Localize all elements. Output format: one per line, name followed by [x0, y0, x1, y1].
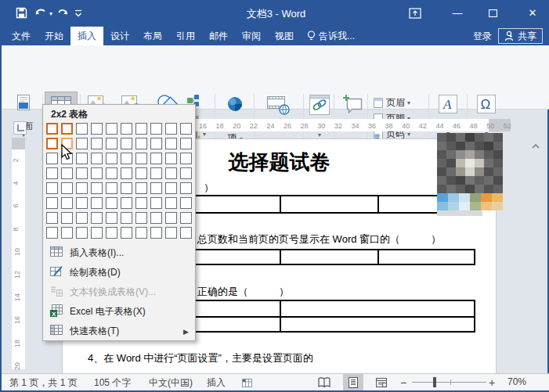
censored-image[interactable] — [437, 133, 503, 216]
table-grid-cell-5x8[interactable] — [150, 182, 162, 194]
table-grid-cell-3x7[interactable] — [135, 153, 147, 164]
table-grid-cell-2x7[interactable] — [135, 138, 147, 149]
table-grid-cell-5x1[interactable] — [46, 182, 58, 194]
web-layout-icon[interactable] — [375, 377, 388, 388]
table-grid-cell-6x10[interactable] — [180, 197, 192, 209]
zoom-slider-track[interactable] — [412, 382, 486, 383]
table-grid-cell-7x3[interactable] — [76, 212, 88, 224]
table-grid-cell-6x3[interactable] — [76, 197, 88, 209]
table-grid-cell-7x4[interactable] — [91, 212, 103, 224]
tab-文件[interactable]: 文件 — [5, 27, 38, 45]
print-layout-icon[interactable] — [347, 377, 359, 388]
table-grid-cell-8x4[interactable] — [91, 227, 103, 239]
table-grid-cell-7x8[interactable] — [150, 212, 162, 224]
table-grid-cell-4x2[interactable] — [61, 167, 73, 179]
table-grid-cell-7x9[interactable] — [165, 212, 177, 224]
table-grid-cell-8x5[interactable] — [106, 227, 117, 239]
zoom-level[interactable]: 70% — [507, 376, 526, 387]
table-grid-cell-1x10[interactable] — [180, 123, 192, 135]
share-button[interactable]: 共享 — [498, 28, 543, 44]
table-grid-cell-1x2[interactable] — [61, 123, 73, 135]
doc-table-b-cell[interactable] — [379, 250, 474, 264]
table-grid-cell-7x2[interactable] — [61, 212, 73, 224]
table-grid-cell-1x9[interactable] — [165, 123, 177, 135]
header-button[interactable]: 页眉▾ — [373, 95, 410, 110]
table-grid-cell-5x4[interactable] — [91, 182, 103, 194]
table-grid-cell-5x9[interactable] — [165, 182, 177, 194]
table-grid-cell-2x9[interactable] — [165, 138, 177, 149]
table-grid-cell-4x6[interactable] — [121, 167, 132, 179]
table-grid-cell-8x10[interactable] — [180, 227, 192, 239]
table-grid-cell-7x10[interactable] — [180, 212, 192, 224]
table-grid-cell-1x6[interactable] — [121, 123, 132, 135]
table-grid-cell-8x2[interactable] — [61, 227, 73, 239]
table-grid-cell-6x9[interactable] — [165, 197, 177, 209]
tab-引用[interactable]: 引用 — [169, 27, 202, 45]
table-grid-cell-8x1[interactable] — [46, 227, 58, 239]
tab-开始[interactable]: 开始 — [38, 27, 70, 45]
table-grid-cell-6x4[interactable] — [91, 197, 103, 209]
tab-设计[interactable]: 设计 — [103, 27, 136, 45]
table-grid-cell-2x5[interactable] — [106, 138, 117, 149]
table-grid-cell-3x10[interactable] — [180, 153, 192, 164]
login-button[interactable]: 登录 — [468, 27, 497, 45]
table-grid-cell-3x9[interactable] — [165, 153, 177, 164]
table-grid-cell-6x2[interactable] — [61, 197, 73, 209]
table-size-grid[interactable] — [46, 123, 192, 239]
table-grid-cell-1x1[interactable] — [46, 123, 58, 135]
zoom-out-button[interactable]: − — [400, 376, 406, 389]
status-insert-mode[interactable]: 插入 — [207, 376, 226, 390]
table-grid-cell-3x1[interactable] — [46, 153, 58, 164]
collapse-ribbon-icon[interactable] — [531, 142, 540, 149]
table-grid-cell-4x4[interactable] — [91, 167, 103, 179]
table-grid-cell-2x8[interactable] — [150, 138, 162, 149]
table-grid-cell-4x8[interactable] — [150, 167, 162, 179]
table-grid-cell-4x1[interactable] — [46, 167, 58, 179]
table-grid-cell-8x3[interactable] — [76, 227, 88, 239]
table-grid-cell-3x4[interactable] — [91, 153, 103, 164]
table-grid-cell-4x5[interactable] — [106, 167, 117, 179]
table-grid-cell-6x8[interactable] — [150, 197, 162, 209]
table-grid-cell-8x8[interactable] — [150, 227, 162, 239]
table-grid-cell-2x4[interactable] — [91, 138, 103, 149]
status-language[interactable]: 中文(中国) — [149, 376, 193, 390]
table-grid-cell-1x8[interactable] — [150, 123, 162, 135]
tell-me-box[interactable]: 告诉我... — [301, 27, 361, 45]
tab-selector[interactable] — [13, 121, 27, 135]
table-grid-cell-5x2[interactable] — [61, 182, 73, 194]
menu-item-插入表格(I)...[interactable]: 插入表格(I)... — [43, 243, 195, 263]
table-grid-cell-4x3[interactable] — [76, 167, 88, 179]
table-grid-cell-3x5[interactable] — [106, 153, 117, 164]
table-grid-cell-2x10[interactable] — [180, 138, 192, 149]
table-grid-cell-1x7[interactable] — [135, 123, 147, 135]
table-grid-cell-3x8[interactable] — [150, 153, 162, 164]
table-grid-cell-6x5[interactable] — [106, 197, 117, 209]
minimize-button[interactable]: — — [442, 0, 473, 27]
table-grid-cell-8x9[interactable] — [165, 227, 177, 239]
table-grid-cell-7x5[interactable] — [106, 212, 117, 224]
table-grid-cell-5x3[interactable] — [76, 182, 88, 194]
table-grid-cell-4x7[interactable] — [135, 167, 147, 179]
ribbon-display-options-icon[interactable] — [409, 8, 421, 19]
table-grid-cell-3x3[interactable] — [76, 153, 88, 164]
tab-邮件[interactable]: 邮件 — [202, 27, 235, 45]
table-grid-cell-2x3[interactable] — [76, 138, 88, 149]
maximize-button[interactable] — [489, 9, 497, 17]
doc-table-b-cell[interactable] — [281, 250, 379, 264]
zoom-slider-handle[interactable] — [433, 377, 436, 387]
tab-布局[interactable]: 布局 — [136, 27, 169, 45]
tab-插入[interactable]: 插入 — [70, 27, 103, 45]
table-grid-cell-1x3[interactable] — [76, 123, 88, 135]
status-page-count[interactable]: 第 1 页，共 1 页 — [9, 376, 78, 390]
table-grid-cell-8x6[interactable] — [121, 227, 132, 239]
table-grid-cell-5x7[interactable] — [135, 182, 147, 194]
table-grid-cell-5x5[interactable] — [106, 182, 117, 194]
table-grid-cell-1x4[interactable] — [91, 123, 103, 135]
table-grid-cell-2x1[interactable] — [46, 138, 58, 149]
macro-record-icon[interactable] — [241, 377, 253, 388]
table-grid-cell-5x10[interactable] — [180, 182, 192, 194]
table-grid-cell-6x1[interactable] — [46, 197, 58, 209]
table-grid-cell-7x1[interactable] — [46, 212, 58, 224]
table-grid-cell-4x10[interactable] — [180, 167, 192, 179]
tab-审阅[interactable]: 审阅 — [235, 27, 268, 45]
